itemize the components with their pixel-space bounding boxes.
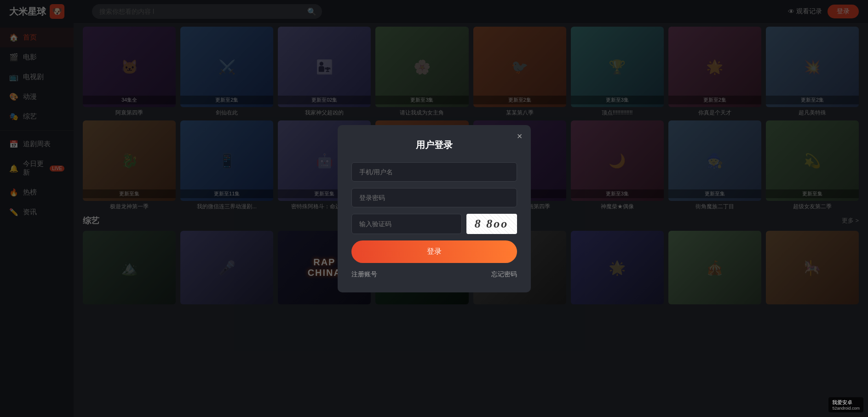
watermark-text: 我爱安卓 [832, 399, 860, 406]
captcha-image[interactable]: 8 8oo [466, 214, 517, 234]
captcha-row: 8 8oo [351, 214, 517, 234]
modal-footer: 注册账号 忘记密码 [351, 270, 517, 279]
modal-overlay[interactable]: 用户登录 × 8 8oo 登录 注册账号 忘记密码 [0, 0, 868, 417]
login-modal: 用户登录 × 8 8oo 登录 注册账号 忘记密码 [338, 125, 531, 292]
modal-title: 用户登录 [351, 139, 517, 151]
watermark: 我爱安卓 52android.com [828, 397, 863, 412]
forgot-password-link[interactable]: 忘记密码 [491, 270, 517, 279]
login-submit-button[interactable]: 登录 [351, 240, 517, 263]
modal-close-button[interactable]: × [517, 131, 523, 141]
register-link[interactable]: 注册账号 [351, 270, 377, 279]
watermark-subtext: 52android.com [832, 406, 860, 411]
captcha-input[interactable] [351, 214, 462, 234]
phone-input[interactable] [351, 162, 517, 182]
password-input[interactable] [351, 188, 517, 207]
captcha-text: 8 8oo [475, 217, 509, 231]
